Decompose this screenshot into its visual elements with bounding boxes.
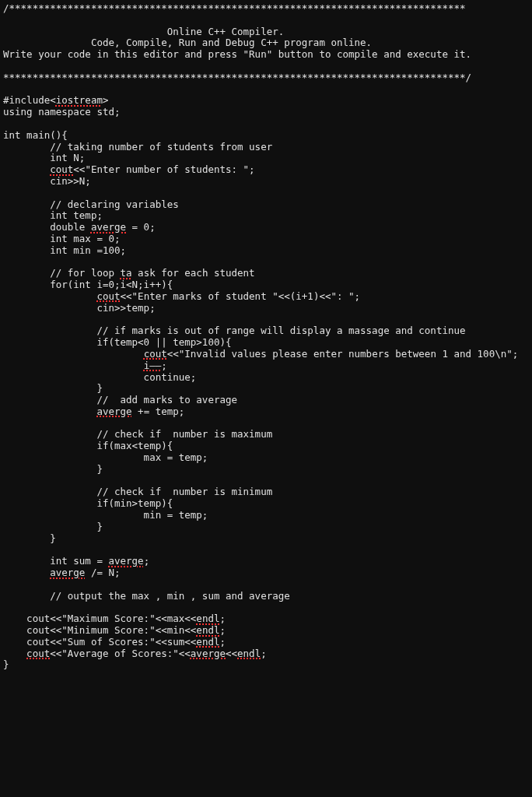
spell-error: endl <box>237 648 261 659</box>
code-line: for(int i=0;i<N;i++){ <box>3 279 173 290</box>
code-line: cout<<"Sum of Scores:"<<sum<<endl; <box>3 636 226 648</box>
code-line: } <box>3 521 103 532</box>
spell-error: averge <box>50 567 85 578</box>
code-line: cout<<"Enter marks of student "<<(i+1)<<… <box>3 290 360 302</box>
code-line: int temp; <box>3 209 103 221</box>
spell-error: averge <box>108 555 143 567</box>
code-line: // taking number of students from user <box>3 141 272 153</box>
code-line: /***************************************… <box>3 2 466 14</box>
code-line: // check if number is maximum <box>3 428 272 440</box>
code-line: if(max<temp){ <box>3 440 173 451</box>
code-line: Write your code in this editor and press… <box>3 48 471 60</box>
code-line: averge += temp; <box>3 406 184 417</box>
spell-error: averge <box>191 648 226 659</box>
code-line: int max = 0; <box>3 233 121 244</box>
code-line: // if marks is out of range will display… <box>3 325 466 336</box>
code-line: if(min>temp){ <box>3 497 173 509</box>
spell-error: i—— <box>144 360 162 371</box>
code-line: continue; <box>3 371 196 383</box>
code-line: } <box>3 532 56 544</box>
code-line: int min =100; <box>3 244 126 256</box>
spell-error: endl <box>196 624 219 636</box>
code-line: // for loop ta ask for each student <box>3 267 255 279</box>
code-line: #include<iostream> <box>3 94 108 106</box>
spell-error: cout <box>144 348 167 360</box>
code-line: cout<<"Invalid values please enter numbe… <box>3 348 518 360</box>
code-line: min = temp; <box>3 509 208 521</box>
code-line: } <box>3 463 103 475</box>
code-line: ****************************************… <box>3 72 471 83</box>
code-line: using namespace std; <box>3 106 121 118</box>
spell-error: endl <box>196 636 219 648</box>
code-line: // check if number is minimum <box>3 486 272 497</box>
code-line: cout<<"Enter number of students: "; <box>3 163 255 175</box>
spell-error: cout <box>96 290 120 302</box>
spell-error: iostream <box>56 94 103 106</box>
code-line: } <box>3 382 103 394</box>
code-line: cin>>temp; <box>3 302 156 314</box>
spell-error: cout <box>26 648 50 659</box>
code-line: int main(){ <box>3 129 68 141</box>
code-line: max = temp; <box>3 451 208 463</box>
spell-error: averge <box>91 221 126 233</box>
spell-error: endl <box>196 613 219 624</box>
spell-error: averge <box>96 406 131 417</box>
code-line: i——; <box>3 360 167 371</box>
spell-error: cout <box>50 163 73 175</box>
code-line: Code, Compile, Run and Debug C++ program… <box>3 37 372 48</box>
code-editor[interactable]: /***************************************… <box>3 3 529 671</box>
code-line: Online C++ Compiler. <box>3 26 284 37</box>
code-line: // add marks to average <box>3 394 237 406</box>
code-line: // declaring variables <box>3 198 179 210</box>
spell-error: ta <box>121 267 132 279</box>
code-line: cout<<"Average of Scores:"<<averge<<endl… <box>3 648 267 659</box>
code-line: // output the max , min , sum and averag… <box>3 590 290 602</box>
code-line: double averge = 0; <box>3 221 156 233</box>
code-line: int sum = averge; <box>3 555 149 567</box>
code-line: cout<<"Minimum Score:"<<min<<endl; <box>3 624 226 636</box>
code-line: averge /= N; <box>3 567 121 578</box>
code-line: if(temp<0 || temp>100){ <box>3 336 232 348</box>
code-line: int N; <box>3 152 85 163</box>
code-line: } <box>3 658 9 670</box>
code-line: cout<<"Maximum Score:"<<max<<endl; <box>3 613 226 624</box>
code-line: cin>>N; <box>3 175 91 187</box>
